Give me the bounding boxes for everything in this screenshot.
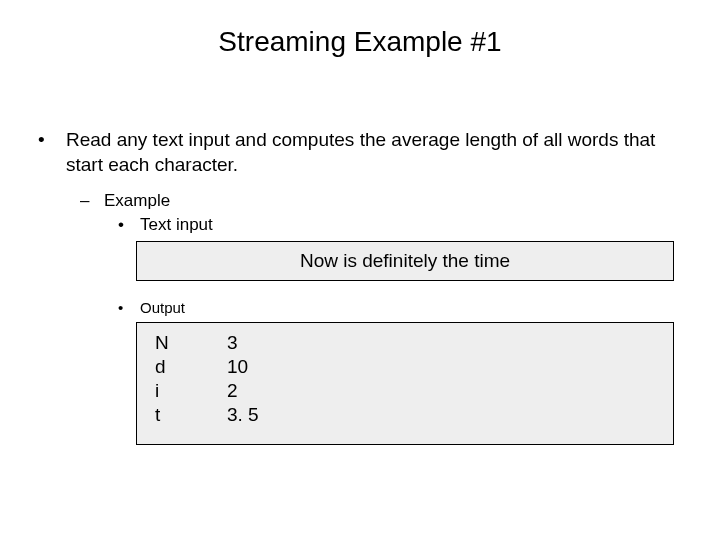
bullet-level3-output-text: Output xyxy=(140,299,185,316)
bullet-level3-output: • Output xyxy=(118,299,684,316)
table-row: t 3. 5 xyxy=(155,403,267,427)
output-key: t xyxy=(155,403,227,427)
bullet-dot-icon: • xyxy=(118,215,140,235)
bullet-level1-text: Read any text input and computes the ave… xyxy=(66,128,684,177)
table-row: N 3 xyxy=(155,331,267,355)
slide: Streaming Example #1 • Read any text inp… xyxy=(0,0,720,540)
output-value: 10 xyxy=(227,355,267,379)
slide-body: • Read any text input and computes the a… xyxy=(36,128,684,445)
dash-icon: – xyxy=(80,191,104,211)
table-row: i 2 xyxy=(155,379,267,403)
bullet-level1: • Read any text input and computes the a… xyxy=(36,128,684,177)
bullet-level3-text: Text input xyxy=(140,215,213,235)
output-value: 2 xyxy=(227,379,267,403)
bullet-level3-textinput: • Text input xyxy=(118,215,684,235)
output-value: 3 xyxy=(227,331,267,355)
bullet-level2-text: Example xyxy=(104,191,170,211)
output-value: 3. 5 xyxy=(227,403,267,427)
slide-title: Streaming Example #1 xyxy=(0,26,720,58)
output-key: N xyxy=(155,331,227,355)
bullet-level2-example: – Example xyxy=(80,191,684,211)
output-table: N 3 d 10 i 2 t 3. 5 xyxy=(155,331,267,426)
output-key: d xyxy=(155,355,227,379)
bullet-dot-icon: • xyxy=(118,299,140,316)
text-input-box: Now is definitely the time xyxy=(136,241,674,281)
output-box: N 3 d 10 i 2 t 3. 5 xyxy=(136,322,674,445)
output-key: i xyxy=(155,379,227,403)
bullet-dot-icon: • xyxy=(36,128,66,177)
text-input-value: Now is definitely the time xyxy=(300,250,510,271)
table-row: d 10 xyxy=(155,355,267,379)
